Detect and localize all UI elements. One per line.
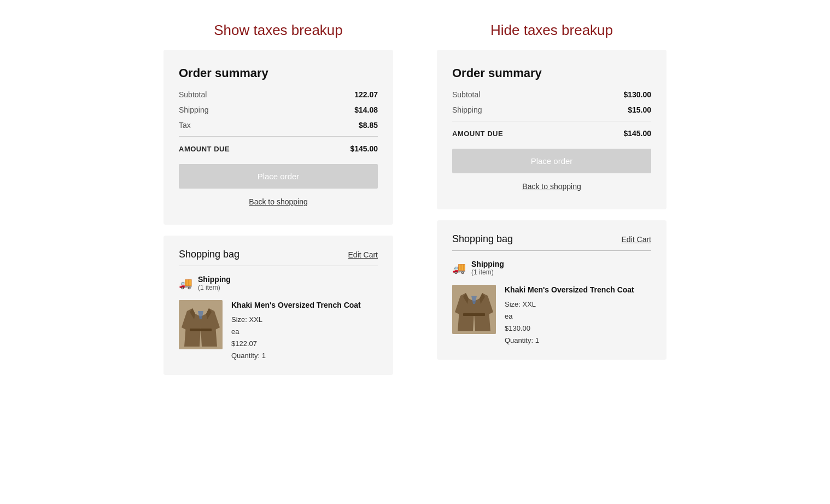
right-place-order-button[interactable]: Place order (452, 149, 651, 173)
left-shopping-bag-card: Shopping bag Edit Cart 🚚 Shipping (1 ite… (163, 236, 393, 375)
right-product-quantity: Quantity: 1 (505, 336, 539, 344)
left-bag-divider (179, 266, 378, 266)
left-amount-due-row: AMOUNT DUE $145.00 (179, 144, 378, 153)
left-edit-cart-link[interactable]: Edit Cart (348, 250, 378, 259)
right-shipping-info-row: 🚚 Shipping (1 item) (452, 260, 651, 276)
right-amount-due-row: AMOUNT DUE $145.00 (452, 129, 651, 138)
right-product-name: Khaki Men's Oversized Trench Coat (505, 285, 651, 296)
right-product-price: $130.00 (505, 324, 530, 332)
left-shipping-info-row: 🚚 Shipping (1 item) (179, 275, 378, 291)
left-subtotal-row: Subtotal 122.07 (179, 90, 378, 99)
right-shipping-row: Shipping $15.00 (452, 106, 651, 114)
left-tax-value: $8.85 (359, 121, 378, 130)
right-order-summary-card: Order summary Subtotal $130.00 Shipping … (437, 50, 667, 209)
right-back-to-shopping-link[interactable]: Back to shopping (452, 182, 651, 191)
right-subtotal-row: Subtotal $130.00 (452, 90, 651, 99)
left-tax-row: Tax $8.85 (179, 121, 378, 130)
right-order-summary-title: Order summary (452, 66, 651, 80)
left-shipping-label: Shipping (179, 106, 209, 114)
left-product-size: Size: XXL (231, 315, 262, 324)
left-product-meta: Size: XXL ea $122.07 Quantity: 1 (231, 314, 378, 362)
right-shipping-value: $15.00 (628, 106, 651, 114)
left-truck-icon: 🚚 (179, 277, 192, 290)
left-order-summary-card: Order summary Subtotal 122.07 Shipping $… (163, 50, 393, 225)
left-back-to-shopping-link[interactable]: Back to shopping (179, 197, 378, 206)
left-shipping-row: Shipping $14.08 (179, 106, 378, 114)
right-section-title: Hide taxes breakup (490, 22, 613, 39)
right-product-size: Size: XXL (505, 300, 536, 308)
left-product-row: Khaki Men's Oversized Trench Coat Size: … (179, 300, 378, 362)
right-shipping-text: Shipping (1 item) (471, 260, 504, 276)
right-product-row: Khaki Men's Oversized Trench Coat Size: … (452, 285, 651, 347)
right-shipping-sub-text: (1 item) (471, 268, 504, 276)
left-tax-label: Tax (179, 121, 191, 130)
svg-rect-1 (190, 329, 212, 331)
left-product-details: Khaki Men's Oversized Trench Coat Size: … (231, 300, 378, 362)
left-subtotal-value: 122.07 (354, 90, 378, 99)
left-shipping-sub-text: (1 item) (198, 284, 231, 291)
svg-rect-3 (463, 313, 485, 316)
left-place-order-button[interactable]: Place order (179, 164, 378, 189)
left-panel: Show taxes breakup Order summary Subtota… (163, 22, 393, 375)
right-subtotal-label: Subtotal (452, 90, 480, 99)
right-shipping-label: Shipping (452, 106, 482, 114)
right-product-image (452, 285, 496, 334)
left-divider (179, 136, 378, 137)
left-product-name: Khaki Men's Oversized Trench Coat (231, 300, 378, 311)
left-product-image (179, 300, 223, 349)
left-shipping-value: $14.08 (354, 106, 378, 114)
right-subtotal-value: $130.00 (623, 90, 651, 99)
right-product-unit: ea (505, 312, 512, 320)
right-edit-cart-link[interactable]: Edit Cart (622, 235, 651, 244)
left-shipping-label-text: Shipping (198, 275, 231, 284)
right-shipping-label-text: Shipping (471, 260, 504, 268)
left-amount-due-label: AMOUNT DUE (179, 145, 230, 153)
left-product-price: $122.07 (231, 339, 257, 348)
right-bag-divider (452, 250, 651, 251)
right-product-details: Khaki Men's Oversized Trench Coat Size: … (505, 285, 651, 347)
left-amount-due-value: $145.00 (350, 144, 378, 153)
right-shopping-bag-header: Shopping bag Edit Cart (452, 233, 651, 245)
left-shopping-bag-title: Shopping bag (179, 249, 239, 260)
left-product-unit: ea (231, 327, 239, 336)
right-truck-icon: 🚚 (452, 261, 466, 274)
right-panel: Hide taxes breakup Order summary Subtota… (437, 22, 667, 360)
right-shopping-bag-title: Shopping bag (452, 233, 513, 245)
right-product-meta: Size: XXL ea $130.00 Quantity: 1 (505, 298, 651, 347)
left-shopping-bag-header: Shopping bag Edit Cart (179, 249, 378, 260)
left-shipping-text: Shipping (1 item) (198, 275, 231, 291)
left-subtotal-label: Subtotal (179, 90, 207, 99)
right-divider (452, 121, 651, 121)
right-amount-due-label: AMOUNT DUE (452, 130, 503, 138)
right-amount-due-value: $145.00 (623, 129, 651, 138)
right-shopping-bag-card: Shopping bag Edit Cart 🚚 Shipping (1 ite… (437, 220, 667, 360)
left-section-title: Show taxes breakup (214, 22, 343, 39)
left-order-summary-title: Order summary (179, 66, 378, 80)
left-product-quantity: Quantity: 1 (231, 351, 266, 360)
